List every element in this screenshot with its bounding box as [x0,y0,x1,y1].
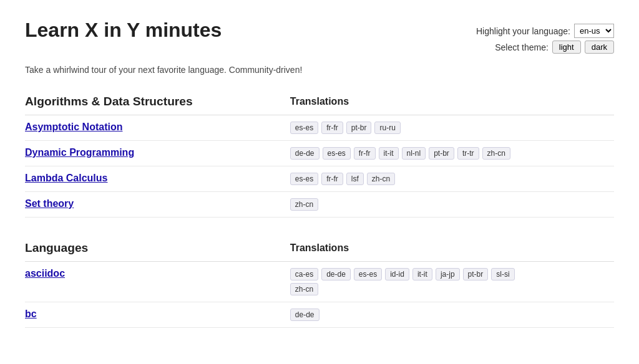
translation-badge: ru-ru [374,122,400,134]
section-languages: LanguagesTranslationsasciidocca-esde-dee… [25,236,614,328]
badges-container: de-dees-esfr-frit-itnl-nlpt-brtr-trzh-cn [290,147,614,160]
item-name-cell: bc [25,302,290,328]
item-translations-cell: ca-esde-dees-esid-idit-itja-jppt-brsl-si… [290,262,614,302]
language-row: Highlight your language: en-us de-de es-… [476,24,614,38]
item-link[interactable]: Set theory [25,198,74,209]
item-translations-cell: de-dees-esfr-frit-itnl-nlpt-brtr-trzh-cn [290,141,614,166]
translation-badge: fr-fr [321,122,343,134]
translation-badge: es-es [323,147,351,160]
translation-badge: zh-cn [290,283,318,295]
translation-badge: es-es [290,122,318,134]
item-translations-cell: zh-cn [290,192,614,218]
header: Learn X in Y minutes Highlight your lang… [25,19,614,56]
translation-badge: es-es [290,173,318,185]
translation-badge: de-de [290,147,320,160]
translation-badge: sl-si [491,268,514,280]
table-row: Asymptotic Notationes-esfr-frpt-brru-ru [25,115,614,141]
badges-container: es-esfr-frpt-brru-ru [290,122,614,134]
item-name-cell: Asymptotic Notation [25,115,290,141]
translation-badge: ca-es [290,268,318,280]
translation-badge: de-de [290,309,320,321]
subtitle: Take a whirlwind tour of your next favor… [25,65,614,75]
item-link[interactable]: asciidoc [25,268,65,279]
table-row: asciidocca-esde-dees-esid-idit-itja-jppt… [25,262,614,302]
table-row: Dynamic Programmingde-dees-esfr-frit-itn… [25,141,614,166]
badges-container: de-de [290,309,614,321]
translation-badge: pt-br [346,122,372,134]
item-name-cell: Lambda Calculus [25,166,290,192]
section-title-algorithms: Algorithms & Data Structures [25,90,290,115]
translations-header-languages: Translations [290,236,614,262]
site-title: Learn X in Y minutes [25,19,222,42]
translation-badge: de-de [321,268,351,280]
section-table-languages: LanguagesTranslationsasciidocca-esde-dee… [25,236,614,328]
item-translations-cell: de-de [290,302,614,328]
section-algorithms: Algorithms & Data StructuresTranslations… [25,90,614,218]
item-link[interactable]: bc [25,309,37,319]
translation-badge: it-it [412,268,432,280]
item-link[interactable]: Asymptotic Notation [25,122,122,132]
translation-badge: lsf [346,173,364,185]
table-row: Set theoryzh-cn [25,192,614,218]
section-title-languages: Languages [25,236,290,262]
badges-line-2: zh-cn [290,283,614,295]
theme-row: Select theme: light dark [476,41,614,54]
translation-badge: es-es [354,268,382,280]
language-select[interactable]: en-us de-de es-es fr-fr pt-br zh-cn [574,24,614,38]
item-name-cell: asciidoc [25,262,290,302]
translation-badge: nl-nl [402,147,426,160]
highlight-label: Highlight your language: [476,26,570,36]
translations-header-algorithms: Translations [290,90,614,115]
top-controls: Highlight your language: en-us de-de es-… [476,19,614,56]
translation-badge: zh-cn [290,198,318,211]
select-theme-label: Select theme: [495,42,549,52]
translation-badge: pt-br [429,147,454,160]
badges-container: es-esfr-frlsfzh-cn [290,173,614,185]
translation-badge: zh-cn [367,173,395,185]
item-link[interactable]: Lambda Calculus [25,173,107,183]
translation-badge: it-it [379,147,399,160]
translation-badge: fr-fr [354,147,376,160]
translation-badge: pt-br [463,268,489,280]
item-name-cell: Set theory [25,192,290,218]
badges-container: zh-cn [290,198,614,211]
badges-line-1: ca-esde-dees-esid-idit-itja-jppt-brsl-si [290,268,614,280]
section-table-algorithms: Algorithms & Data StructuresTranslations… [25,90,614,218]
item-link[interactable]: Dynamic Programming [25,147,134,158]
item-translations-cell: es-esfr-frlsfzh-cn [290,166,614,192]
translation-badge: fr-fr [321,173,343,185]
table-row: bcde-de [25,302,614,328]
sections-container: Algorithms & Data StructuresTranslations… [25,90,614,328]
light-theme-button[interactable]: light [552,41,581,54]
translation-badge: ja-jp [436,268,460,280]
translation-badge: tr-tr [457,147,479,160]
dark-theme-button[interactable]: dark [585,41,614,54]
translation-badge: zh-cn [482,147,510,160]
item-translations-cell: es-esfr-frpt-brru-ru [290,115,614,141]
table-row: Lambda Calculuses-esfr-frlsfzh-cn [25,166,614,192]
translation-badge: id-id [385,268,409,280]
item-name-cell: Dynamic Programming [25,141,290,166]
